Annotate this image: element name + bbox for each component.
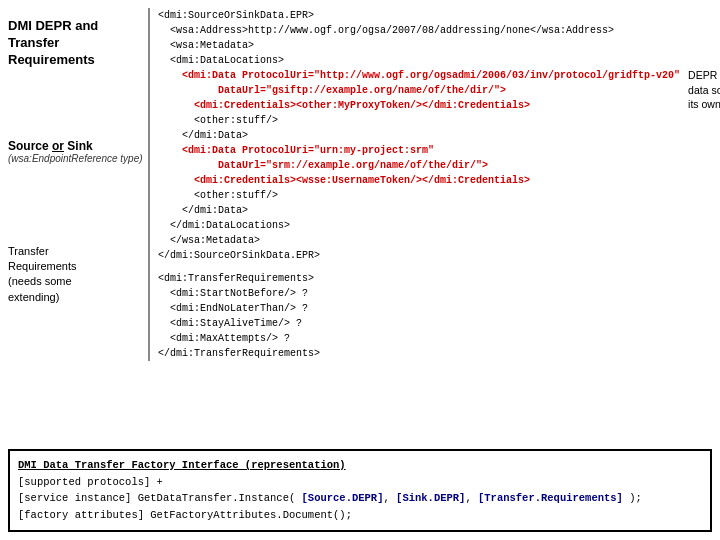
code-line-transfer-open: <dmi:TransferRequirements> [158, 271, 680, 286]
code-line-max-attempts: <dmi:MaxAttempts/> ? [158, 331, 680, 346]
code-col: <dmi:SourceOrSinkData.EPR> <wsa:Address>… [148, 8, 680, 361]
code-line-wsa-metadata: <wsa:Metadata> [158, 38, 680, 53]
dmi-title: DMI DEPR and Transfer Requirements [8, 18, 148, 69]
code-line-stay-alive: <dmi:StayAliveTime/> ? [158, 316, 680, 331]
code-line-datalocations-open: <dmi:DataLocations> [158, 53, 680, 68]
note-col: DEPR defines alternative locations for t… [680, 68, 720, 361]
right-section: <dmi:SourceOrSinkData.EPR> <wsa:Address>… [148, 8, 720, 441]
code-line-metadata-close: </wsa:Metadata> [158, 233, 680, 248]
left-labels: DMI DEPR and Transfer Requirements Sourc… [8, 8, 148, 441]
code-line-data1-url: DataUrl="gsiftp://example.org/name/of/th… [158, 83, 680, 98]
bottom-box: DMI Data Transfer Factory Interface (rep… [8, 449, 712, 532]
source-sink-label: Source or Sink [8, 139, 148, 153]
code-line-stuff2: <other:stuff/> [158, 188, 680, 203]
bottom-line2: [service instance] GetDataTransfer.Insta… [18, 492, 642, 504]
code-line-wsa-address: <wsa:Address>http://www.ogf.org/ogsa/200… [158, 23, 680, 38]
source-sink-sub: (wsa:EndpointReference type) [8, 153, 148, 164]
transfer-req-block: TransferRequirements(needs someextending… [8, 244, 148, 306]
note-text: DEPR defines alternative locations for t… [688, 69, 720, 110]
code-line-data1-open: <dmi:Data ProtocolUri="http://www.ogf.or… [158, 68, 680, 83]
code-line-main-open: <dmi:SourceOrSinkData.EPR> [158, 8, 680, 23]
code-line-data2-close: </dmi:Data> [158, 203, 680, 218]
source-sink-block: Source or Sink (wsa:EndpointReference ty… [8, 139, 148, 164]
code-line-data2-url: DataUrl="srm://example.org/name/of/the/d… [158, 158, 680, 173]
code-line-data1-close: </dmi:Data> [158, 128, 680, 143]
bottom-line1: [supported protocols] + [18, 476, 163, 488]
bottom-line3: [factory attributes] GetFactoryAttribute… [18, 509, 352, 521]
code-line-start-not-before: <dmi:StartNotBefore/> ? [158, 286, 680, 301]
code-line-data2-open: <dmi:Data ProtocolUri="urn:my-project:sr… [158, 143, 680, 158]
code-and-note: <dmi:SourceOrSinkData.EPR> <wsa:Address>… [148, 8, 720, 361]
top-section: DMI DEPR and Transfer Requirements Sourc… [8, 8, 712, 441]
code-line-credentials2: <dmi:Credentials><wsse:UsernameToken/></… [158, 173, 680, 188]
code-line-transfer-close: </dmi:TransferRequirements> [158, 346, 680, 361]
transfer-req-label: TransferRequirements(needs someextending… [8, 244, 148, 306]
code-line-main-close: </dmi:SourceOrSinkData.EPR> [158, 248, 680, 263]
bottom-title: DMI Data Transfer Factory Interface (rep… [18, 459, 346, 471]
code-line-end-no-later: <dmi:EndNoLaterThan/> ? [158, 301, 680, 316]
code-line-credentials1: <dmi:Credentials><other:MyProxyToken/></… [158, 98, 680, 113]
main-container: DMI DEPR and Transfer Requirements Sourc… [0, 0, 720, 540]
code-line-stuff1: <other:stuff/> [158, 113, 680, 128]
code-line-datalocations-close: </dmi:DataLocations> [158, 218, 680, 233]
